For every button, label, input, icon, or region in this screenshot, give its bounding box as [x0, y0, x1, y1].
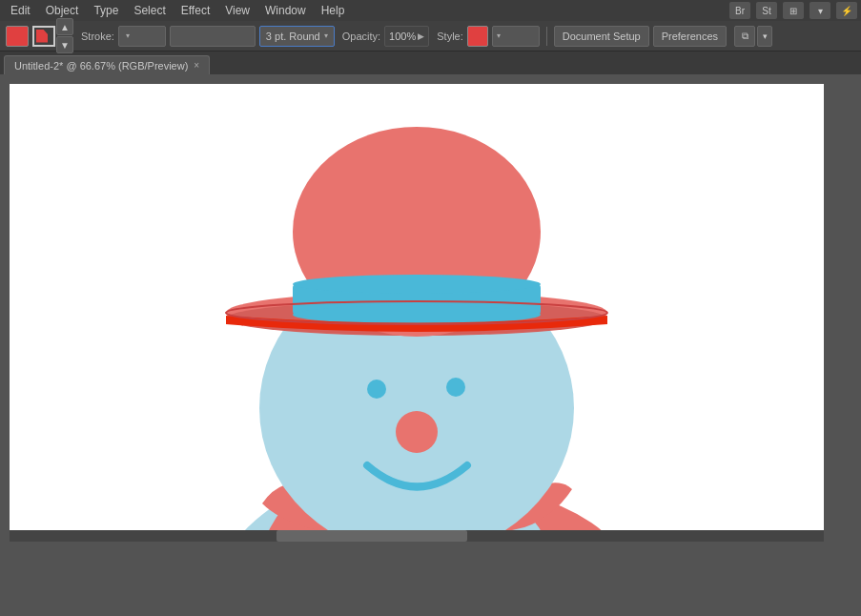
svg-point-11: [396, 411, 438, 453]
stroke-profile-arrow: ▾: [324, 31, 328, 40]
menu-type[interactable]: Type: [87, 2, 125, 19]
arrange-arrow-icon[interactable]: ▾: [757, 26, 772, 47]
arrange-icon[interactable]: ⧉: [734, 26, 755, 47]
opacity-label: Opacity:: [342, 31, 380, 42]
stroke-swatch[interactable]: [32, 26, 55, 47]
tab-close-button[interactable]: ×: [194, 60, 199, 71]
toolbar-separator: [546, 27, 547, 46]
bridge-icon[interactable]: Br: [729, 2, 750, 19]
svg-point-6: [293, 275, 541, 294]
svg-point-9: [367, 380, 386, 399]
canvas-area: [0, 74, 861, 616]
tools-icon[interactable]: ⚡: [836, 2, 857, 19]
horizontal-scrollbar[interactable]: [10, 530, 824, 542]
menu-object[interactable]: Object: [39, 2, 86, 19]
style-dropdown[interactable]: ▾: [492, 26, 540, 47]
opacity-value: 100%: [389, 31, 416, 42]
stock-icon[interactable]: St: [756, 2, 777, 19]
menu-bar: Edit Object Type Select Effect View Wind…: [0, 0, 861, 21]
menu-view[interactable]: View: [218, 2, 256, 19]
stroke-style-dropdown[interactable]: ▾: [118, 26, 166, 47]
toolbar: ▲ ▼ Stroke: ▾ 3 pt. Round ▾ Opacity: 100…: [0, 21, 861, 51]
app-icon-group: Br St ⊞ ▾ ⚡: [729, 2, 857, 19]
menu-select[interactable]: Select: [127, 2, 172, 19]
document-setup-button[interactable]: Document Setup: [554, 26, 649, 47]
stroke-label: Stroke:: [81, 31, 114, 42]
opacity-input[interactable]: 100% ▶: [384, 26, 429, 47]
fill-swatch[interactable]: [6, 26, 29, 47]
stroke-up-arrow[interactable]: ▲: [56, 18, 73, 35]
menu-effect[interactable]: Effect: [174, 2, 216, 19]
snowman-svg: [10, 84, 824, 542]
canvas-document: [10, 84, 824, 542]
document-setup-label: Document Setup: [563, 31, 641, 42]
style-swatch[interactable]: [467, 26, 488, 47]
preferences-button[interactable]: Preferences: [653, 26, 727, 47]
workspace-arrow-icon[interactable]: ▾: [810, 2, 830, 19]
opacity-arrow-icon[interactable]: ▶: [418, 31, 424, 41]
svg-point-10: [446, 378, 465, 397]
document-tab[interactable]: Untitled-2* @ 66.67% (RGB/Preview) ×: [4, 55, 210, 74]
tab-bar: Untitled-2* @ 66.67% (RGB/Preview) ×: [0, 51, 861, 74]
stroke-profile-dropdown[interactable]: 3 pt. Round ▾: [259, 26, 335, 47]
stroke-profile-label: 3 pt. Round: [266, 31, 320, 42]
menu-help[interactable]: Help: [315, 2, 352, 19]
workspace-icon[interactable]: ⊞: [783, 2, 804, 19]
document-tab-title: Untitled-2* @ 66.67% (RGB/Preview): [14, 60, 188, 72]
stroke-width-input[interactable]: [170, 26, 256, 47]
snowman-illustration: [10, 84, 824, 542]
menu-window[interactable]: Window: [258, 2, 313, 19]
horizontal-scrollbar-thumb[interactable]: [277, 530, 467, 542]
preferences-label: Preferences: [662, 31, 718, 42]
stroke-down-arrow[interactable]: ▼: [56, 36, 73, 53]
style-label: Style:: [437, 31, 463, 42]
menu-edit[interactable]: Edit: [4, 2, 37, 19]
